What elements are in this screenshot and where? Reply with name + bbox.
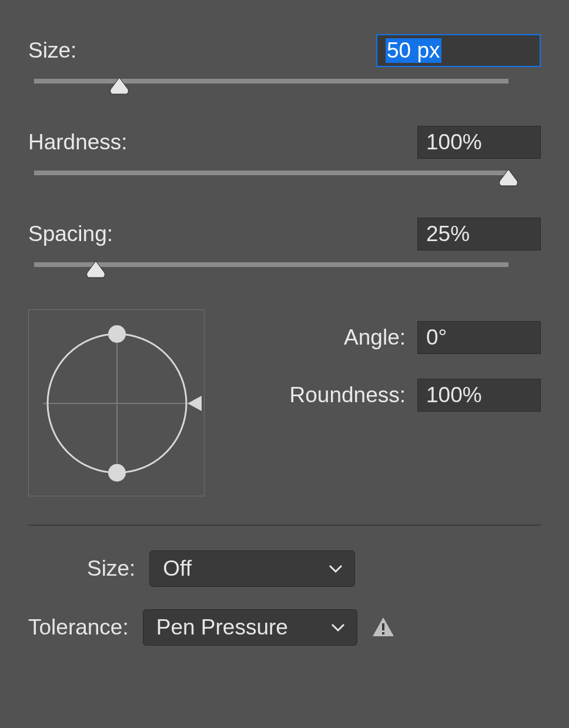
hardness-slider[interactable] — [28, 171, 541, 194]
dynamics-size-value: Off — [163, 556, 192, 581]
size-slider-track — [34, 79, 508, 84]
svg-point-3 — [108, 325, 126, 343]
divider — [28, 525, 541, 526]
dynamics-size-label: Size: — [87, 556, 135, 581]
svg-rect-6 — [382, 632, 384, 635]
brush-settings-panel: Size: 50 px Hardness: 100% Spacing: 25% — [11, 11, 558, 717]
spacing-slider[interactable] — [28, 262, 541, 286]
size-slider-thumb[interactable] — [107, 76, 132, 96]
angle-label: Angle: — [344, 325, 406, 350]
spacing-input[interactable]: 25% — [417, 218, 541, 251]
hardness-input[interactable]: 100% — [417, 126, 541, 159]
roundness-label: Roundness: — [290, 383, 406, 408]
size-label: Size: — [28, 38, 76, 63]
size-slider[interactable] — [28, 79, 541, 102]
dynamics-tolerance-dropdown[interactable]: Pen Pressure — [143, 609, 357, 646]
hardness-slider-track — [34, 171, 508, 175]
warning-icon — [371, 616, 395, 639]
spacing-label: Spacing: — [28, 222, 113, 246]
svg-point-4 — [108, 464, 126, 482]
angle-input[interactable]: 0° — [417, 321, 541, 354]
roundness-value-text: 100% — [426, 383, 482, 408]
chevron-down-icon — [329, 564, 343, 573]
svg-rect-5 — [382, 623, 384, 630]
spacing-value-text: 25% — [426, 222, 470, 246]
hardness-value-text: 100% — [426, 130, 482, 155]
chevron-down-icon — [331, 623, 345, 632]
angle-value-text: 0° — [426, 325, 447, 350]
size-value-text: 50 px — [386, 38, 441, 63]
roundness-input[interactable]: 100% — [417, 379, 541, 412]
hardness-slider-thumb[interactable] — [496, 168, 521, 188]
spacing-slider-thumb[interactable] — [83, 260, 108, 280]
size-input[interactable]: 50 px — [376, 34, 541, 67]
dynamics-tolerance-label: Tolerance: — [28, 615, 129, 640]
brush-angle-widget[interactable] — [28, 309, 205, 496]
dynamics-tolerance-value: Pen Pressure — [156, 615, 288, 640]
hardness-label: Hardness: — [28, 130, 128, 155]
dynamics-size-dropdown[interactable]: Off — [149, 550, 355, 587]
